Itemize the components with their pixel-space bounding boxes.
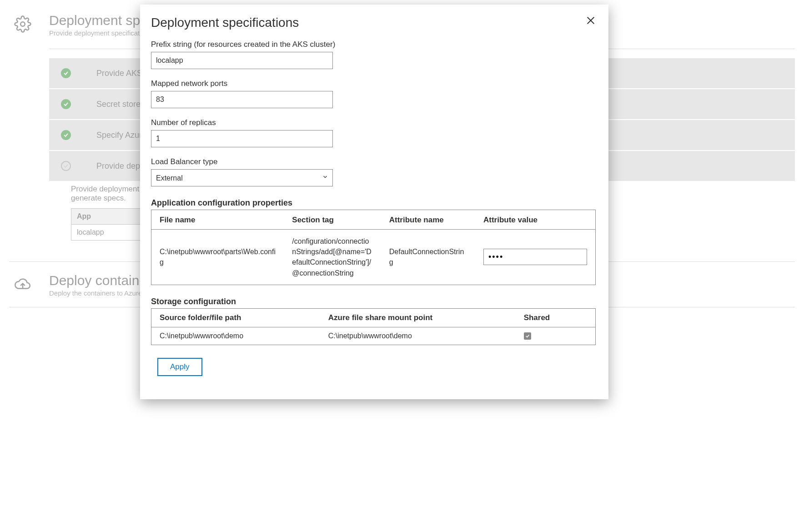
prefix-label: Prefix string (for resources created in …: [151, 40, 596, 49]
lb-label: Load Balancer type: [151, 157, 596, 166]
close-icon[interactable]: [584, 14, 598, 27]
deployment-specs-modal: Deployment specifications Prefix string …: [140, 5, 608, 399]
file-name-cell: C:\inetpub\wwwroot\parts\Web.config: [160, 246, 276, 267]
attr-value-input[interactable]: [483, 249, 587, 265]
storage-config-table: Source folder/file path Azure file share…: [151, 308, 596, 345]
ports-field: Mapped network ports: [151, 79, 596, 108]
col-attr-header: Attribute name: [381, 210, 475, 230]
replicas-field: Number of replicas: [151, 118, 596, 147]
app-config-table: File name Section tag Attribute name Att…: [151, 210, 596, 285]
app-config-row: C:\inetpub\wwwroot\parts\Web.config /con…: [151, 230, 596, 285]
col-tag-header: Section tag: [284, 210, 381, 230]
replicas-label: Number of replicas: [151, 118, 596, 127]
lb-select[interactable]: External: [151, 169, 333, 186]
col-shared-header: Shared: [516, 308, 596, 327]
prefix-field: Prefix string (for resources created in …: [151, 40, 596, 69]
apply-button[interactable]: Apply: [157, 358, 202, 376]
replicas-input[interactable]: [151, 130, 333, 147]
modal-overlay: Deployment specifications Prefix string …: [0, 0, 804, 532]
prefix-input[interactable]: [151, 52, 333, 69]
col-source-header: Source folder/file path: [151, 308, 320, 327]
app-config-header: Application configuration properties: [151, 198, 596, 208]
shared-checkbox[interactable]: [524, 332, 531, 340]
storage-config-header: Storage configuration: [151, 297, 596, 306]
source-path-cell: C:\inetpub\wwwroot\demo: [151, 327, 320, 345]
ports-input[interactable]: [151, 91, 333, 108]
col-mount-header: Azure file share mount point: [320, 308, 516, 327]
col-val-header: Attribute value: [475, 210, 596, 230]
lb-field: Load Balancer type External: [151, 157, 596, 186]
ports-label: Mapped network ports: [151, 79, 596, 88]
section-tag-cell: /configuration/connectionStrings/add[@na…: [292, 236, 372, 278]
mount-point-cell: C:\inetpub\wwwroot\demo: [320, 327, 516, 345]
col-file-header: File name: [151, 210, 284, 230]
storage-row: C:\inetpub\wwwroot\demo C:\inetpub\wwwro…: [151, 327, 596, 345]
attr-name-cell: DefaultConnectionString: [389, 246, 467, 267]
modal-title: Deployment specifications: [151, 15, 596, 30]
